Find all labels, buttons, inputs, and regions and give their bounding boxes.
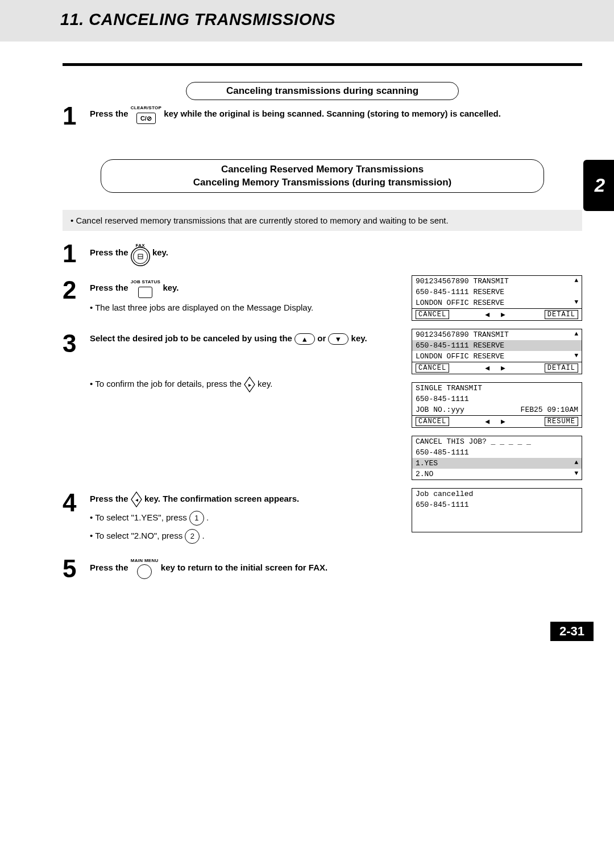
text: • To select "1.YES", press [90,512,189,522]
lcd-detail-button: DETAIL [545,363,578,373]
section-pill-scanning: Canceling transmissions during scanning [186,82,459,100]
text: • To select "2.NO", press [90,531,185,540]
lcd-text: 901234567890 [416,277,469,286]
text: key. [351,333,367,343]
up-arrow-icon: ▲ [574,459,578,468]
lcd-text: 650-845-1111 [416,288,469,296]
nav-arrows-icon: ◀ ▶ [453,363,541,373]
lcd-text: LONDON OFFIC [416,352,469,361]
lcd-text: 650-845-1111 [416,501,469,509]
section-pill-memory: Canceling Reserved Memory Transmissions … [101,159,544,193]
text: Press the [90,109,131,118]
step-number: 1 [63,242,90,265]
svg-text:◂: ◂ [135,497,138,503]
main-menu-key-icon [137,564,152,579]
text: Press the [90,494,131,503]
step-number: 2 [63,279,90,301]
text: Press the [90,563,131,572]
key-label-clearstop: CLEAR/STOP [131,105,161,111]
lcd-text: 2.NO [416,470,433,478]
lcd-text: 1.YES [416,459,438,468]
text: key. [258,379,272,388]
pill-line-1: Canceling Reserved Memory Transmissions [221,164,424,175]
text: key. The confirmation screen appears. [144,494,299,503]
text: key while the original is being scanned.… [164,109,501,118]
nav-arrows-icon: ◀ ▶ [453,310,541,319]
two-key-icon: 2 [185,529,200,544]
step-number: 4 [63,491,90,514]
lcd-display-1: 901234567890 TRANSMIT▲ 650-845-1111 RESE… [412,275,582,321]
lcd-display-3: SINGLE TRANSMIT 650-845-1111 JOB NO.:yyy… [412,382,582,428]
page-number: 2-31 [550,622,594,641]
up-arrow-icon: ▲ [574,330,578,339]
step-number: 5 [63,557,90,580]
text: . [206,512,209,522]
lcd-text: RESERVE [473,341,504,350]
sub-bullet: • To select "1.YES", press 1 . [90,511,401,526]
down-arrow-icon: ▼ [574,299,578,307]
sub-bullet: • To select "2.NO", press 2 . [90,529,401,544]
text: or [317,333,328,343]
text: . [202,531,205,540]
step-2: 2 Press the JOB STATUS key. • The last t… [63,279,401,315]
right-key-icon: ▸ [244,377,255,392]
lcd-text: 901234567890 [416,330,469,339]
text: key to return to the initial screen for … [161,563,327,572]
lcd-cancel-button: CANCEL [416,310,449,319]
lcd-text: RESERVE [473,288,504,296]
rule [63,63,582,66]
down-key-icon: ▾ [328,333,349,345]
fax-key-icon [133,249,148,264]
pill-line-2: Canceling Memory Transmissions (during t… [193,177,451,188]
svg-text:▸: ▸ [248,382,251,388]
lcd-text: RESERVE [473,352,504,361]
page-title: 11. CANCELING TRANSMISSIONS [60,10,614,29]
lcd-display-5: Job cancelled 650-845-1111 [412,488,582,532]
job-status-key-icon [138,287,152,299]
step-number: 1 [63,105,90,127]
lcd-display-4: CANCEL THIS JOB? _ _ _ _ _ 650-485-1111 … [412,436,582,480]
left-key-icon: ◂ [131,491,142,507]
lcd-text: TRANSMIT [473,330,508,339]
one-key-icon: 1 [189,511,204,526]
nav-arrows-icon: ◀ ▶ [453,417,541,426]
lcd-cancel-button: CANCEL [416,363,449,373]
lcd-detail-button: DETAIL [545,310,578,319]
lcd-text: TRANSMIT [473,277,508,286]
step-number: 3 [63,332,90,355]
chapter-tab: 2 [583,160,614,211]
up-arrow-icon: ▲ [574,277,578,286]
step-a1: 1 Press the CLEAR/STOP C/⊘ key while the… [63,105,582,127]
sub-bullet: • The last three jobs are displayed on t… [90,301,401,315]
text: Press the [90,283,131,292]
text: • To confirm the job for details, press … [90,379,244,388]
lcd-text: LONDON OFFIC [416,299,469,307]
step-5: 5 Press the MAIN MENU key to return to t… [63,557,582,580]
down-arrow-icon: ▼ [574,470,578,478]
text: key. [163,283,179,292]
key-label-jobstatus: JOB STATUS [131,279,160,286]
lcd-text: 650-485-1111 [416,448,469,457]
down-arrow-icon: ▼ [574,352,578,361]
lcd-resume-button: RESUME [545,417,578,426]
text: key. [152,247,168,257]
sub-bullet: • To confirm the job for details, press … [90,377,401,392]
key-label-fax: FAX [131,242,150,249]
lcd-text: CANCEL THIS JOB? _ _ _ _ _ [416,437,531,446]
clear-stop-key-icon: C/⊘ [136,113,156,125]
note-box: • Cancel reserved memory transmissions t… [63,210,582,231]
header-band: 11. CANCELING TRANSMISSIONS [0,0,614,42]
lcd-text: JOB NO.:yyy [416,406,464,414]
lcd-display-2: 901234567890 TRANSMIT▲ 650-845-1111 RESE… [412,329,582,374]
text: Select the desired job to be canceled by… [90,333,294,343]
lcd-text: RESERVE [473,299,504,307]
lcd-cancel-button: CANCEL [416,417,449,426]
lcd-text: 650-845-1111 [416,395,469,403]
text: Press the [90,247,131,257]
step-3: 3 Select the desired job to be canceled … [63,332,401,393]
step-4: 4 Press the ◂ key. The confirmation scre… [63,491,401,544]
lcd-text: FEB25 09:10AM [521,406,578,414]
key-label-mainmenu: MAIN MENU [131,557,159,564]
lcd-text: Job cancelled [416,490,473,498]
lcd-text: SINGLE TRANSMIT [416,384,482,392]
